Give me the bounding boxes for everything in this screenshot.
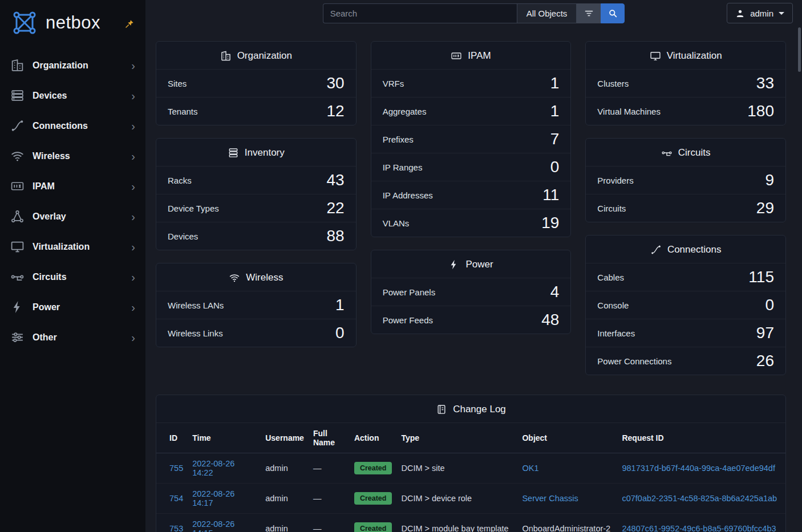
brand-name[interactable]: netbox [46,13,100,33]
sidebar-item-circuits[interactable]: Circuits [0,262,145,292]
chevron-right-icon [131,60,135,71]
change-type: DCIM > site [401,464,444,473]
card-title: Organization [237,50,292,62]
stat-value: 9 [765,172,774,189]
card-header: Connections [586,235,785,263]
stat-link-ip-addresses[interactable]: IP Addresses [383,190,433,200]
sliders-icon [10,330,25,344]
filter-icon [584,8,594,19]
sidebar-item-overlay[interactable]: Overlay [0,201,145,232]
stat-link-vlans[interactable]: VLANs [383,218,410,228]
stat-link-prefixes[interactable]: Prefixes [383,135,414,144]
change-id-link[interactable]: 753 [169,524,183,532]
change-id-link[interactable]: 754 [169,494,183,503]
grid-column-3: Virtualization Clusters 33 Virtual Machi… [585,41,786,375]
change-time-link[interactable]: 2022-08-26 14:22 [192,459,234,477]
change-request-id-link[interactable]: 24807c61-9952-49c6-b8a5-69760bfcc4b3 [622,524,776,532]
pin-sidebar-icon[interactable] [125,19,134,29]
stat-link-console[interactable]: Console [597,300,629,310]
card-title: Circuits [678,147,711,159]
stat-link-interfaces[interactable]: Interfaces [597,328,635,338]
stat-row: Providers 9 [586,166,785,194]
stat-link-circuits[interactable]: Circuits [597,204,626,213]
object-type-dropdown[interactable]: All Objects [517,3,577,23]
stat-link-virtual-machines[interactable]: Virtual Machines [597,107,661,116]
stat-link-aggregates[interactable]: Aggregates [383,107,427,116]
wifi-icon [229,272,240,283]
stat-value: 180 [747,103,774,120]
stat-link-vrfs[interactable]: VRFs [383,79,404,88]
stat-row: VLANs 19 [371,209,571,237]
sidebar-item-power[interactable]: Power [0,292,145,322]
change-object-link[interactable]: Server Chassis [522,494,578,503]
sidebar-item-devices[interactable]: Devices [0,80,145,111]
sidebar-nav: Organization Devices Connections [0,50,145,352]
sidebar-item-wireless[interactable]: Wireless [0,141,145,171]
sidebar-item-organization[interactable]: Organization [0,50,145,80]
stat-value: 22 [327,200,345,217]
stat-link-sites[interactable]: Sites [168,79,187,88]
col-header-time: Time [188,423,261,453]
chevron-right-icon [131,302,135,313]
sidebar-item-label: Circuits [33,272,123,282]
change-log-table: ID Time Username Full Name Action Type O… [156,423,785,532]
virtualization-card: Virtualization Clusters 33 Virtual Machi… [585,41,786,125]
card-title: Wireless [246,272,283,283]
connections-card: Connections Cables 115 Console 0 Interfa… [585,235,786,375]
user-menu-button[interactable]: admin [727,3,793,23]
change-id-link[interactable]: 755 [169,464,183,473]
stat-link-clusters[interactable]: Clusters [597,79,629,88]
card-title: IPAM [468,50,491,62]
stat-value: 43 [327,172,345,189]
change-time-link[interactable]: 2022-08-26 14:17 [192,489,234,507]
stat-value: 97 [756,324,774,342]
change-object-link[interactable]: OK1 [522,464,538,473]
card-header: Change Log [156,395,785,423]
stat-link-ip-ranges[interactable]: IP Ranges [383,163,423,172]
search-button[interactable] [601,3,625,23]
stat-row: Power Feeds 48 [371,306,571,334]
change-full-name: — [313,494,322,503]
search-input[interactable] [323,3,517,23]
organization-card: Organization Sites 30 Tenants 12 [156,41,357,125]
change-request-id-link[interactable]: 9817317d-b67f-440a-99ca-4ae07ede94df [622,464,775,473]
stat-row: Sites 30 [156,69,356,97]
wireless-card: Wireless Wireless LANs 1 Wireless Links … [156,263,357,347]
page-scrollbar[interactable] [798,27,801,72]
stat-row: Interfaces 97 [586,319,785,347]
stat-row: Circuits 29 [586,194,785,222]
stat-link-tenants[interactable]: Tenants [168,107,198,116]
chevron-right-icon [131,241,135,253]
change-full-name: — [313,524,322,532]
transit-icon [10,270,25,284]
change-request-id-link[interactable]: c07f0ab2-2351-4c58-825a-8b6a2425a1ab [622,494,777,503]
sidebar-item-label: Wireless [33,151,123,161]
netbox-app: netbox Organization Devices [0,0,802,532]
sidebar-item-label: Devices [33,91,123,101]
change-username: admin [265,494,288,503]
sidebar-item-connections[interactable]: Connections [0,111,145,141]
netbox-logo-icon[interactable] [9,9,40,36]
card-title: Inventory [245,147,285,159]
stat-link-racks[interactable]: Racks [168,176,192,185]
card-header: Wireless [156,263,356,291]
sidebar-item-virtualization[interactable]: Virtualization [0,232,145,262]
stat-link-cables[interactable]: Cables [597,273,624,282]
global-search-group: All Objects [323,3,625,23]
change-time-link[interactable]: 2022-08-26 14:15 [192,519,234,532]
sidebar-item-other[interactable]: Other [0,322,145,352]
stat-link-wireless-links[interactable]: Wireless Links [168,328,223,338]
card-title: Power [465,259,493,270]
sidebar-item-ipam[interactable]: IPAM [0,171,145,201]
chevron-right-icon [131,211,135,222]
stat-value: 0 [765,297,774,314]
stat-link-power-connections[interactable]: Power Connections [597,356,671,366]
filter-button[interactable] [577,3,601,23]
stat-link-power-panels[interactable]: Power Panels [383,287,436,297]
stat-link-power-feeds[interactable]: Power Feeds [383,315,433,325]
stat-link-device-types[interactable]: Device Types [168,204,219,213]
stat-link-providers[interactable]: Providers [597,176,633,185]
stat-link-devices[interactable]: Devices [168,232,198,241]
stat-link-wireless-lans[interactable]: Wireless LANs [168,300,224,310]
col-header-type: Type [396,423,517,453]
